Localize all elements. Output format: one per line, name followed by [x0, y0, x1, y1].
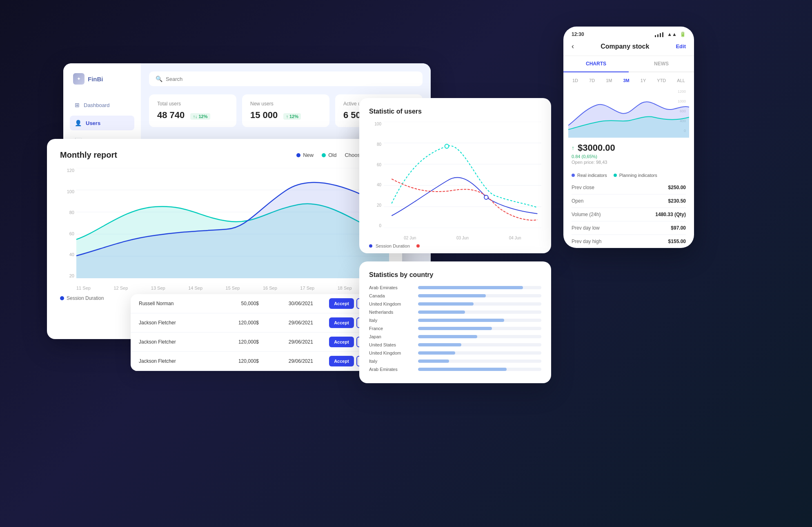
- filter-1y[interactable]: 1Y: [638, 76, 648, 85]
- battery-icon: 🔋: [680, 31, 686, 37]
- dashboard-icon: ⊞: [75, 102, 80, 108]
- users-line-blue: [392, 177, 537, 216]
- country-row: Italy: [369, 359, 541, 364]
- stat-badge: ↑ 12%: [283, 113, 301, 120]
- mobile-card: 12:30 ▲▲ 🔋 ‹ Company stock Edit CHARTS N…: [563, 27, 694, 248]
- country-bar-bg: [418, 310, 541, 314]
- accept-button[interactable]: Accept: [329, 298, 354, 309]
- country-bar-bg: [418, 286, 541, 289]
- accept-button[interactable]: Accept: [329, 356, 354, 366]
- accept-button[interactable]: Accept: [329, 317, 354, 328]
- country-row: Netherlands: [369, 310, 541, 315]
- legend-dot-old: [322, 153, 326, 157]
- back-button[interactable]: ‹: [572, 42, 574, 51]
- filter-ytd[interactable]: YTD: [654, 76, 668, 85]
- country-bar: [418, 351, 455, 355]
- users-icon: 👤: [75, 120, 82, 126]
- signal-bar-3: [660, 33, 661, 37]
- stock-legend: Real indicators Planning indicators: [563, 170, 694, 181]
- detail-row-open: Open $230.50: [572, 194, 686, 208]
- country-row: Italy: [369, 318, 541, 323]
- stat-users-title: Statistic of users: [369, 108, 541, 115]
- country-row: Arab Emirates: [369, 285, 541, 290]
- legend-circle-real: [572, 174, 575, 177]
- stat-label: New users: [250, 101, 321, 107]
- stat-users-chart: 100 80 60 40 20 0: [369, 122, 541, 240]
- table-row: Jackson Fletcher 120,000$ 29/06/2021 Acc…: [131, 352, 392, 371]
- stat-card-new: New users 15 000 ↑ 12%: [242, 94, 329, 127]
- signal-icons: ▲▲ 🔋: [655, 31, 686, 37]
- country-bar: [418, 335, 477, 338]
- t-dot: [416, 244, 420, 248]
- filter-3m[interactable]: 3M: [621, 76, 632, 85]
- stock-chart-svg: 1200 1000 600 400 0: [568, 89, 689, 138]
- legend-new: New: [296, 152, 314, 158]
- mobile-title: Company stock: [601, 43, 649, 50]
- stat-badge: ↑↓ 12%: [190, 113, 210, 120]
- sidebar-item-dashboard[interactable]: ⊞ Dashboard: [70, 98, 134, 112]
- signal-bar-4: [662, 32, 663, 37]
- accept-button[interactable]: Accept: [329, 337, 354, 347]
- sidebar-item-label: Dashboard: [84, 102, 110, 108]
- filter-all[interactable]: ALL: [674, 76, 687, 85]
- x-labels: 02 Jun 03 Jun 04 Jun: [384, 228, 541, 240]
- tab-news[interactable]: NEWS: [629, 56, 694, 71]
- search-bar: 🔍: [149, 71, 423, 86]
- sidebar-item-label: Users: [86, 120, 100, 126]
- users-line-red: [392, 179, 537, 220]
- detail-row-volume: Volume (24h) 1480.33 (Qty): [572, 208, 686, 221]
- y-labels: 100 80 60 40 20 0: [369, 122, 381, 228]
- svg-text:1200: 1200: [678, 89, 686, 94]
- session-dot: [369, 244, 372, 248]
- country-bar: [418, 327, 492, 330]
- stat-users-card: Statistic of users 100 80 60 40 20 0: [359, 98, 551, 253]
- signal-bar-1: [655, 35, 656, 37]
- detail-row-prev-close: Prev close $250.00: [572, 181, 686, 194]
- chart-svg-container: [76, 168, 389, 278]
- tab-charts[interactable]: CHARTS: [563, 56, 629, 72]
- country-row: Canada: [369, 293, 541, 298]
- search-input[interactable]: [166, 76, 416, 82]
- stat-card-total: Total users 48 740 ↑↓ 12%: [149, 94, 236, 127]
- price-row: ↑ $3000.00: [572, 143, 686, 153]
- country-bar: [418, 286, 523, 289]
- session-legend-item: Session Duration: [60, 295, 104, 301]
- country-bar: [418, 343, 461, 346]
- users-chart-svg-container: [384, 122, 541, 228]
- filter-7d[interactable]: 7D: [587, 76, 597, 85]
- detail-row-low: Prev day low $97.00: [572, 221, 686, 235]
- filter-1d[interactable]: 1D: [570, 76, 581, 85]
- filter-1m[interactable]: 1M: [603, 76, 614, 85]
- users-line-teal: [392, 146, 537, 208]
- y-labels: 120 100 80 60 40 20: [60, 168, 74, 278]
- stat-value: 48 740 ↑↓ 12%: [157, 110, 228, 121]
- country-bar: [418, 368, 507, 371]
- legend-planning: Planning indicators: [614, 173, 657, 178]
- country-bar-bg: [418, 368, 541, 371]
- chart-svg: [76, 168, 389, 278]
- price-arrow: ↑: [572, 145, 574, 151]
- wifi-icon: ▲▲: [667, 31, 677, 37]
- chart-area: 120 100 80 60 40 20: [60, 168, 389, 290]
- country-bar: [418, 294, 486, 297]
- svg-text:1000: 1000: [678, 99, 686, 103]
- country-bar: [418, 319, 504, 322]
- status-bar: 12:30 ▲▲ 🔋: [563, 27, 694, 39]
- table-row: Russell Norman 50,000$ 30/06/2021 Accept…: [131, 294, 392, 313]
- stat-label: Total users: [157, 101, 228, 107]
- country-bar-bg: [418, 343, 541, 346]
- session-dot: [60, 296, 64, 300]
- country-bar-bg: [418, 319, 541, 322]
- sidebar-item-users[interactable]: 👤 Users: [70, 116, 134, 130]
- marker-1: [445, 144, 449, 148]
- logo-text: FinBi: [88, 76, 103, 83]
- stock-details: Prev close $250.00 Open $230.50 Volume (…: [563, 181, 694, 248]
- edit-button[interactable]: Edit: [676, 43, 686, 49]
- mobile-time: 12:30: [572, 31, 584, 37]
- country-bar-bg: [418, 302, 541, 306]
- country-bar: [418, 360, 449, 363]
- mobile-tabs: CHARTS NEWS: [563, 56, 694, 72]
- stat-value: 15 000 ↑ 12%: [250, 110, 321, 121]
- logo: ✦ FinBi: [70, 73, 134, 85]
- country-bar-bg: [418, 360, 541, 363]
